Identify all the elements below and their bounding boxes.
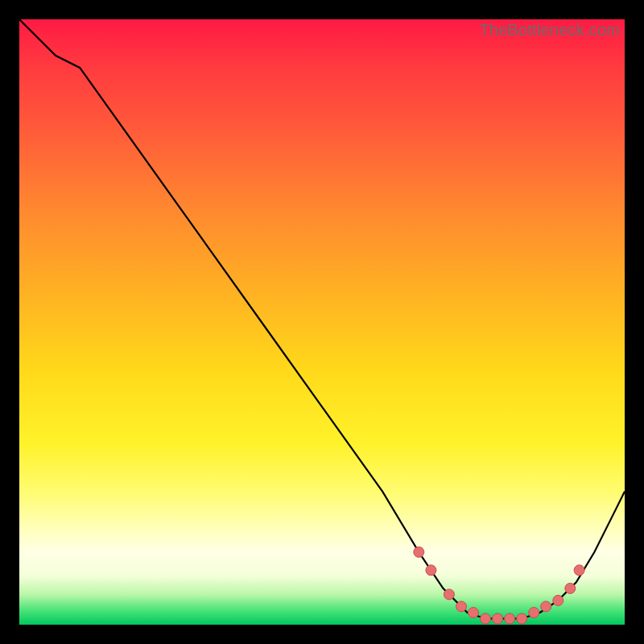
marker-dot bbox=[529, 608, 539, 618]
marker-dot bbox=[574, 565, 584, 576]
marker-dot bbox=[553, 595, 564, 605]
bottleneck-curve bbox=[19, 19, 625, 619]
marker-dot bbox=[493, 613, 503, 624]
marker-dot bbox=[505, 613, 515, 624]
marker-dot bbox=[541, 601, 551, 612]
marker-dot bbox=[426, 565, 436, 576]
marker-dot bbox=[444, 589, 454, 600]
chart-svg bbox=[19, 19, 625, 625]
marker-dot bbox=[469, 608, 479, 618]
marker-dot bbox=[565, 583, 576, 593]
marker-dot bbox=[456, 601, 467, 612]
chart-plot-area: TheBottleneck.com bbox=[19, 19, 625, 625]
marker-dot bbox=[414, 547, 424, 557]
highlight-markers bbox=[414, 547, 584, 624]
marker-dot bbox=[481, 613, 491, 624]
marker-dot bbox=[517, 613, 527, 624]
chart-frame: TheBottleneck.com bbox=[0, 0, 644, 644]
